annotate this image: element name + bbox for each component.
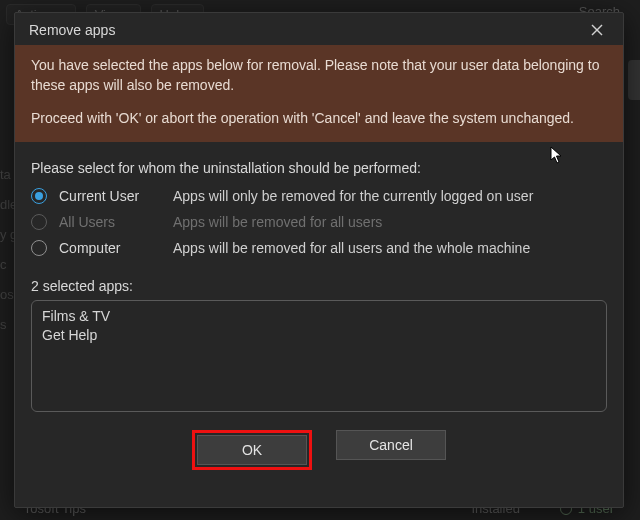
option-desc: Apps will be removed for all users	[173, 214, 382, 230]
warning-text-1: You have selected the apps below for rem…	[31, 55, 607, 96]
list-item[interactable]: Get Help	[42, 326, 596, 345]
option-label: All Users	[59, 214, 161, 230]
option-desc: Apps will be removed for all users and t…	[173, 240, 530, 256]
option-computer[interactable]: Computer Apps will be removed for all us…	[31, 240, 607, 256]
warning-text-2: Proceed with 'OK' or abort the operation…	[31, 108, 607, 128]
scope-prompt: Please select for whom the uninstallatio…	[31, 160, 607, 176]
list-item[interactable]: Films & TV	[42, 307, 596, 326]
radio-icon	[31, 240, 47, 256]
selected-count-label: 2 selected apps:	[31, 278, 607, 294]
bg-side-tab	[628, 60, 640, 100]
radio-icon	[31, 214, 47, 230]
option-current-user[interactable]: Current User Apps will only be removed f…	[31, 188, 607, 204]
close-button[interactable]	[583, 19, 611, 41]
radio-icon	[31, 188, 47, 204]
selected-apps-list[interactable]: Films & TV Get Help	[31, 300, 607, 412]
dialog-titlebar: Remove apps	[15, 13, 623, 45]
dialog-actions: OK Cancel	[31, 412, 607, 488]
scope-options: Current User Apps will only be removed f…	[31, 188, 607, 256]
option-label: Current User	[59, 188, 161, 204]
option-all-users: All Users Apps will be removed for all u…	[31, 214, 607, 230]
ok-button[interactable]: OK	[197, 435, 307, 465]
dialog-title: Remove apps	[29, 22, 115, 38]
option-label: Computer	[59, 240, 161, 256]
close-icon	[591, 24, 603, 36]
warning-banner: You have selected the apps below for rem…	[15, 45, 623, 142]
option-desc: Apps will only be removed for the curren…	[173, 188, 533, 204]
cancel-button[interactable]: Cancel	[336, 430, 446, 460]
remove-apps-dialog: Remove apps You have selected the apps b…	[14, 12, 624, 508]
ok-highlight: OK	[192, 430, 312, 470]
